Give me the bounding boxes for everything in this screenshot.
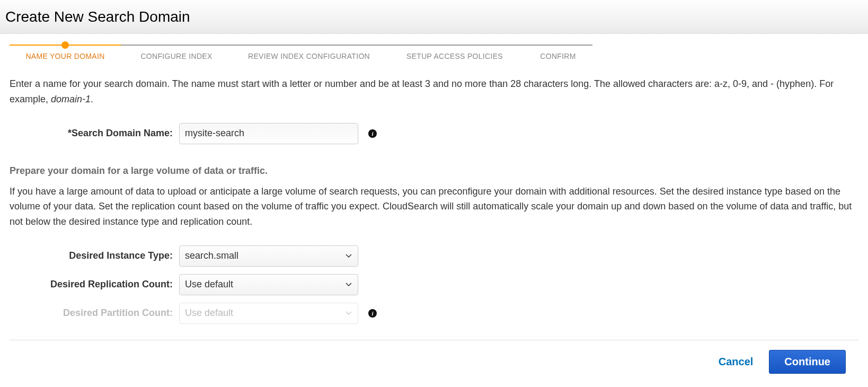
header-bar: Create New Search Domain (0, 0, 868, 34)
instance-type-select[interactable]: search.small (179, 245, 358, 267)
form-row-replication-count: Desired Replication Count: Use default (10, 274, 858, 295)
content-area: Enter a name for your search domain. The… (0, 60, 868, 337)
replication-count-value: Use default (185, 279, 233, 290)
wizard-step-name-domain[interactable]: NAME YOUR DOMAIN (10, 52, 121, 60)
form-row-domain-name: *Search Domain Name: i (10, 123, 858, 144)
continue-button[interactable]: Continue (769, 350, 846, 374)
page-title: Create New Search Domain (5, 8, 190, 25)
wizard-step-review-index[interactable]: REVIEW INDEX CONFIGURATION (232, 52, 386, 60)
intro-text-b: . (91, 94, 93, 104)
intro-example: domain-1 (51, 94, 91, 104)
partition-count-value: Use default (185, 307, 233, 319)
wizard-nav: NAME YOUR DOMAIN CONFIGURE INDEX REVIEW … (0, 34, 868, 60)
replication-count-label: Desired Replication Count: (10, 279, 179, 290)
intro-paragraph: Enter a name for your search domain. The… (10, 76, 858, 107)
wizard-step-dot-active (61, 41, 69, 49)
partition-count-label: Desired Partition Count: (10, 307, 179, 319)
cancel-button[interactable]: Cancel (719, 356, 754, 368)
wizard-step-confirm[interactable]: CONFIRM (524, 52, 592, 60)
info-icon[interactable]: i (368, 129, 377, 138)
domain-name-input[interactable] (179, 123, 358, 144)
wizard-step-access-policies[interactable]: SETUP ACCESS POLICIES (386, 52, 524, 60)
partition-count-select: Use default (179, 303, 358, 324)
form-row-instance-type: Desired Instance Type: search.small (10, 245, 858, 267)
info-icon[interactable]: i (368, 309, 377, 318)
form-row-partition-count: Desired Partition Count: Use default i (10, 303, 858, 324)
instance-type-label: Desired Instance Type: (10, 250, 179, 261)
footer: Cancel Continue (0, 340, 868, 383)
replication-count-select[interactable]: Use default (179, 274, 358, 295)
domain-name-label: *Search Domain Name: (10, 128, 179, 139)
scaling-body: If you have a large amount of data to up… (10, 184, 858, 230)
scaling-heading: Prepare your domain for a large volume o… (10, 165, 858, 177)
wizard-step-configure-index[interactable]: CONFIGURE INDEX (121, 52, 232, 60)
instance-type-value: search.small (185, 250, 238, 261)
intro-text-a: Enter a name for your search domain. The… (10, 78, 834, 104)
